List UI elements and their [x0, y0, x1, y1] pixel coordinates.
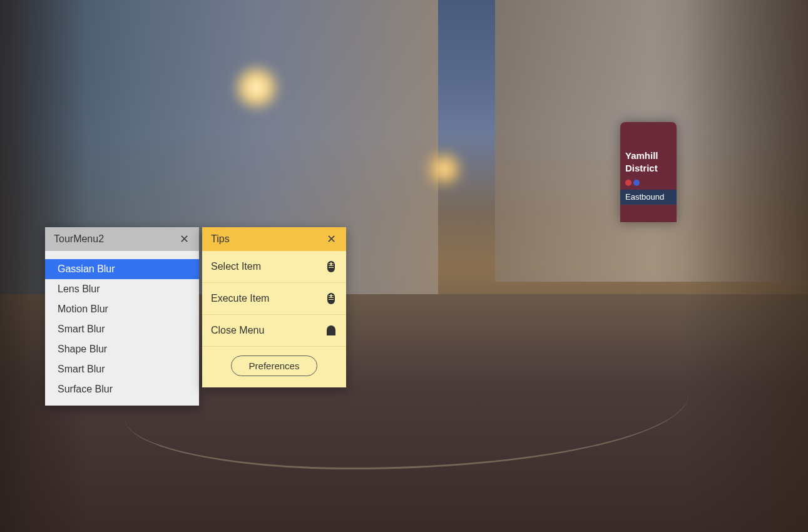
tip-label: Select Item	[211, 261, 261, 272]
menu-item-label: Lens Blur	[58, 284, 100, 294]
tour-menu-panel: TourMenu2 ✕ Gassian Blur Lens Blur Motio…	[45, 227, 199, 406]
menu-item-smart-blur-2[interactable]: Smart Blur	[45, 359, 199, 379]
tip-item-close: Close Menu	[202, 315, 346, 347]
close-icon[interactable]: ✕	[324, 233, 339, 245]
preferences-button[interactable]: Preferences	[231, 356, 318, 376]
preferences-label: Preferences	[249, 361, 300, 371]
menu-item-smart-blur[interactable]: Smart Blur	[45, 319, 199, 339]
mouse-scroll-icon	[326, 260, 336, 274]
menu-item-label: Motion Blur	[58, 304, 108, 314]
transit-sign: Yamhill District Eastbound	[620, 122, 677, 222]
menu-item-label: Smart Blur	[58, 364, 105, 374]
tips-body: Select Item Execute Item Close Menu Pref…	[202, 251, 346, 387]
sign-line-2: District	[625, 163, 658, 173]
menu-item-surface-blur[interactable]: Surface Blur	[45, 379, 199, 399]
sign-line-1: Yamhill	[625, 150, 658, 161]
close-icon[interactable]: ✕	[177, 233, 192, 245]
menu-item-label: Surface Blur	[58, 384, 113, 394]
menu-item-motion-blur[interactable]: Motion Blur	[45, 299, 199, 319]
menu-item-label: Shape Blur	[58, 344, 107, 354]
tour-menu-body: Gassian Blur Lens Blur Motion Blur Smart…	[45, 251, 199, 406]
tips-panel: Tips ✕ Select Item Execute Item Close Me…	[202, 227, 346, 387]
tour-menu-title: TourMenu2	[54, 233, 104, 245]
menu-item-gassian-blur[interactable]: Gassian Blur	[45, 259, 199, 279]
tip-item-execute: Execute Item	[202, 283, 346, 315]
tips-footer: Preferences	[202, 347, 346, 387]
menu-item-label: Gassian Blur	[58, 263, 115, 274]
tips-header[interactable]: Tips ✕	[202, 227, 346, 251]
tour-menu-header[interactable]: TourMenu2 ✕	[45, 227, 199, 251]
menu-item-label: Smart Blur	[58, 324, 105, 334]
menu-item-shape-blur[interactable]: Shape Blur	[45, 339, 199, 359]
tip-label: Close Menu	[211, 325, 264, 336]
arch-icon	[326, 324, 336, 337]
menu-item-lens-blur[interactable]: Lens Blur	[45, 279, 199, 299]
tips-title: Tips	[211, 233, 230, 245]
tip-label: Execute Item	[211, 293, 269, 304]
tip-item-select: Select Item	[202, 251, 346, 283]
sign-direction: Eastbound	[620, 190, 677, 205]
mouse-click-icon	[326, 292, 336, 305]
